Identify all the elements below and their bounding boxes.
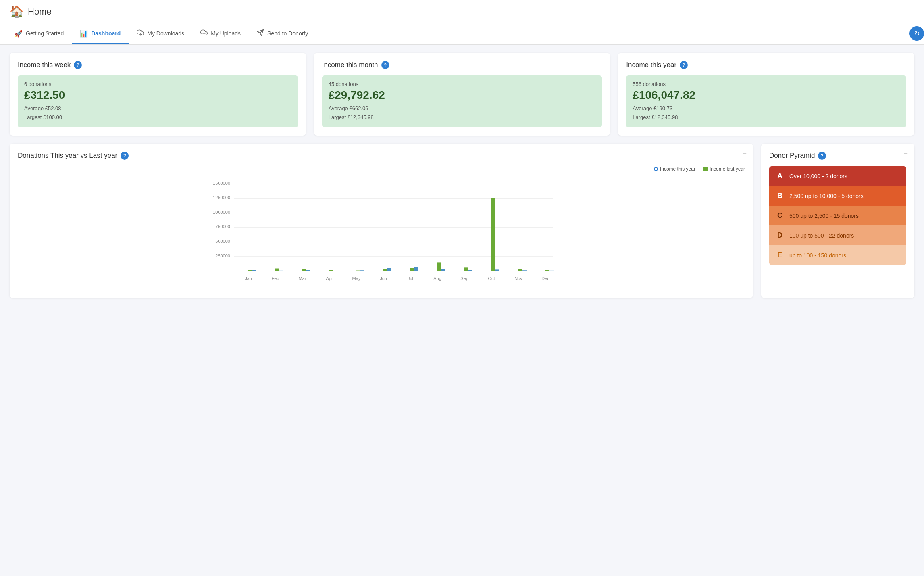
svg-rect-23 xyxy=(356,271,360,271)
chart-minimize[interactable]: − xyxy=(742,150,747,157)
svg-text:May: May xyxy=(352,276,361,281)
income-week-stats: 6 donations £312.50 Average £52.08 Large… xyxy=(18,75,298,127)
donations-chart-card: Donations This year vs Last year ? − Inc… xyxy=(10,144,753,298)
svg-text:Mar: Mar xyxy=(299,276,306,281)
svg-text:Jan: Jan xyxy=(245,276,252,281)
income-month-stats: 45 donations £29,792.62 Average £662.06 … xyxy=(322,75,602,127)
income-year-info-icon[interactable]: ? xyxy=(680,61,688,69)
chart-info-icon[interactable]: ? xyxy=(121,152,129,160)
income-month-info-icon[interactable]: ? xyxy=(381,61,389,69)
nav-my-downloads-label: My Downloads xyxy=(147,30,184,37)
pyramid-row: A Over 10,000 - 2 donors xyxy=(769,166,906,186)
svg-rect-18 xyxy=(279,271,283,271)
upload-cloud-icon xyxy=(200,29,208,38)
legend-this-year: Income this year xyxy=(654,166,695,172)
svg-text:750000: 750000 xyxy=(215,224,230,229)
svg-text:Sep: Sep xyxy=(460,276,468,281)
pyramid-row: C 500 up to 2,500 - 15 donors xyxy=(769,206,906,225)
income-month-card: Income this month ? − 45 donations £29,7… xyxy=(314,53,610,136)
svg-text:250000: 250000 xyxy=(215,253,230,258)
nav-my-uploads[interactable]: My Uploads xyxy=(192,23,249,45)
income-year-stats: 556 donations £106,047.82 Average £190.7… xyxy=(626,75,906,127)
header: 🏠 Home xyxy=(0,0,924,23)
nav-send-to-donorfy-label: Send to Donorfy xyxy=(267,30,308,37)
pyramid-label: 500 up to 2,500 - 15 donors xyxy=(789,213,859,219)
income-cards-row: Income this week ? − 6 donations £312.50… xyxy=(10,53,914,136)
pyramid-letter: B xyxy=(777,192,789,200)
pyramid-label: 100 up to 500 - 22 donors xyxy=(789,232,854,239)
svg-rect-17 xyxy=(275,269,279,271)
nav-dashboard[interactable]: 📊 Dashboard xyxy=(72,24,129,44)
svg-rect-24 xyxy=(360,270,364,271)
income-week-minimize[interactable]: − xyxy=(295,59,300,67)
svg-rect-35 xyxy=(518,269,522,271)
svg-text:Feb: Feb xyxy=(272,276,279,281)
income-year-amount: £106,047.82 xyxy=(633,89,900,102)
svg-rect-38 xyxy=(549,271,554,271)
income-year-minimize[interactable]: − xyxy=(903,59,908,67)
svg-text:Oct: Oct xyxy=(488,276,495,281)
income-month-amount: £29,792.62 xyxy=(329,89,596,102)
svg-text:500000: 500000 xyxy=(215,239,230,244)
pyramid-label: Over 10,000 - 2 donors xyxy=(789,173,847,179)
svg-rect-33 xyxy=(491,198,495,271)
income-month-minimize[interactable]: − xyxy=(599,59,604,67)
legend-last-year: Income last year xyxy=(703,166,745,172)
pyramid-box: A Over 10,000 - 2 donors B 2,500 up to 1… xyxy=(769,166,906,265)
pyramid-title: Donor Pyramid ? xyxy=(769,152,906,160)
svg-rect-25 xyxy=(383,269,387,271)
svg-rect-32 xyxy=(468,270,472,271)
svg-rect-31 xyxy=(464,268,468,271)
svg-rect-37 xyxy=(545,270,549,271)
svg-rect-36 xyxy=(522,270,527,271)
svg-text:Nov: Nov xyxy=(514,276,522,281)
svg-rect-26 xyxy=(387,268,391,271)
download-cloud-icon xyxy=(137,29,144,38)
svg-text:Dec: Dec xyxy=(541,276,549,281)
pyramid-label: up to 100 - 150 donors xyxy=(789,252,846,259)
income-year-card: Income this year ? − 556 donations £106,… xyxy=(618,53,914,136)
svg-rect-21 xyxy=(329,270,333,271)
bar-chart-container: 1500000 1250000 1000000 750000 500000 25… xyxy=(18,176,745,290)
pyramid-row: D 100 up to 500 - 22 donors xyxy=(769,225,906,245)
chart-icon: 📊 xyxy=(80,30,88,38)
income-month-detail: Average £662.06 Largest £12,345.98 xyxy=(329,104,596,122)
nav-send-to-donorfy[interactable]: Send to Donorfy xyxy=(249,23,316,45)
svg-rect-19 xyxy=(302,269,306,271)
main-content: ↻ Income this week ? − 6 donations £312.… xyxy=(0,45,924,306)
send-icon xyxy=(257,29,264,38)
svg-text:Aug: Aug xyxy=(433,276,441,281)
pyramid-info-icon[interactable]: ? xyxy=(818,152,826,160)
income-week-donations: 6 donations xyxy=(24,81,291,87)
svg-text:Jun: Jun xyxy=(380,276,387,281)
income-month-title: Income this month ? xyxy=(322,61,602,69)
income-month-donations: 45 donations xyxy=(329,81,596,87)
pyramid-row: B 2,500 up to 10,000 - 5 donors xyxy=(769,186,906,206)
svg-rect-15 xyxy=(248,270,252,271)
page-title: Home xyxy=(28,6,52,17)
income-week-card: Income this week ? − 6 donations £312.50… xyxy=(10,53,306,136)
chart-title: Donations This year vs Last year ? xyxy=(18,152,745,160)
bar-chart-svg: 1500000 1250000 1000000 750000 500000 25… xyxy=(18,176,745,289)
nav-getting-started[interactable]: 🚀 Getting Started xyxy=(6,24,72,44)
pyramid-letter: D xyxy=(777,231,789,240)
income-year-title: Income this year ? xyxy=(626,61,906,69)
svg-rect-29 xyxy=(437,263,441,271)
pyramid-letter: C xyxy=(777,211,789,220)
nav-dashboard-label: Dashboard xyxy=(91,30,121,37)
home-icon: 🏠 xyxy=(10,5,24,18)
svg-text:Jul: Jul xyxy=(408,276,413,281)
svg-rect-34 xyxy=(495,270,499,271)
svg-rect-22 xyxy=(333,271,337,271)
pyramid-label: 2,500 up to 10,000 - 5 donors xyxy=(789,193,864,199)
chart-legend: Income this year Income last year xyxy=(18,166,745,172)
income-week-info-icon[interactable]: ? xyxy=(74,61,82,69)
navigation: 🚀 Getting Started 📊 Dashboard My Downloa… xyxy=(0,23,924,45)
pyramid-minimize[interactable]: − xyxy=(903,150,908,157)
nav-my-downloads[interactable]: My Downloads xyxy=(129,23,192,45)
svg-rect-20 xyxy=(306,270,310,271)
legend-this-year-dot xyxy=(654,167,658,171)
svg-text:1500000: 1500000 xyxy=(213,181,230,186)
refresh-button[interactable]: ↻ xyxy=(909,26,924,41)
nav-getting-started-label: Getting Started xyxy=(26,30,64,37)
